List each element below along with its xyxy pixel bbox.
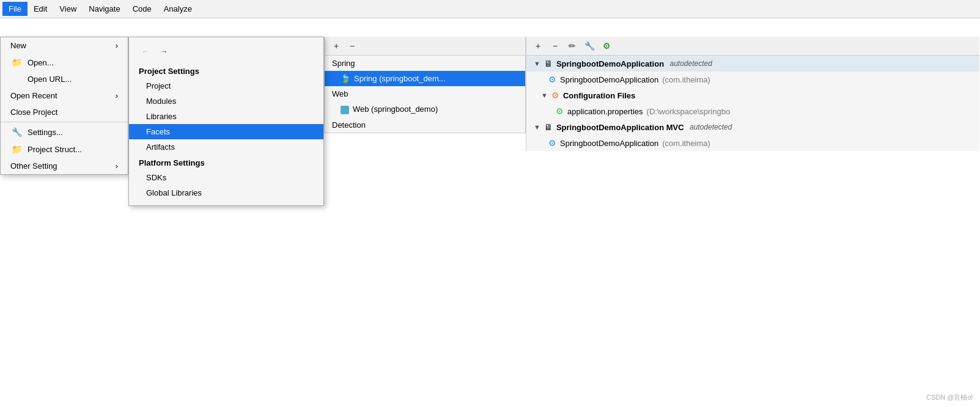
- submenu-artifacts[interactable]: Artifacts: [129, 139, 323, 155]
- facets-spring[interactable]: Spring: [325, 56, 525, 71]
- run-config-3-label: SpringbootDemoApplication MVC: [556, 123, 684, 132]
- nav-back-button[interactable]: ←: [139, 45, 152, 58]
- folder-icon: 📁: [10, 57, 23, 67]
- menu-open-recent-label: Open Recent: [10, 91, 57, 100]
- menu-project-struct-label: Project Struct...: [28, 145, 82, 154]
- project-settings-submenu: ← → Project Settings Project Modules Lib…: [128, 37, 324, 206]
- arrow-icon-recent: ›: [116, 91, 118, 100]
- right-wrench-btn[interactable]: 🔧: [583, 39, 596, 53]
- expand-arrow-2: ▼: [541, 92, 548, 99]
- menu-settings[interactable]: 🔧 Settings...: [1, 123, 128, 141]
- right-add-btn[interactable]: +: [531, 39, 545, 53]
- submenu-libraries[interactable]: Libraries: [129, 109, 323, 124]
- right-panel: + − ✏ 🔧 ⚙ ▼ 🖥 SpringbootDemoApplication …: [526, 37, 979, 151]
- middle-toolbar: + −: [325, 37, 525, 56]
- menu-open[interactable]: 📁 Open...: [1, 54, 128, 71]
- menu-other-setting[interactable]: Other Setting ›: [1, 158, 128, 174]
- menu-open-label: Open...: [28, 58, 54, 67]
- menu-new-label: New: [10, 41, 26, 50]
- arrow-icon: ›: [116, 41, 118, 50]
- submenu-facets[interactable]: Facets: [129, 124, 323, 139]
- menu-open-recent[interactable]: Open Recent ›: [1, 87, 128, 104]
- config-icon-2: ⚙: [551, 90, 559, 100]
- run-config-child-2-sub: (D:\workspace\springbo: [647, 107, 731, 116]
- project-struct-icon: 📁: [10, 144, 23, 154]
- server-icon-1: 🖥: [544, 59, 553, 68]
- run-config-child-3[interactable]: ⚙ SpringbootDemoApplication (com.itheima…: [526, 135, 979, 151]
- web-label: Web: [332, 89, 348, 98]
- submenu-modules[interactable]: Modules: [129, 94, 323, 109]
- remove-btn[interactable]: −: [345, 39, 359, 53]
- spring-sub-label: Spring (springboot_dem...: [354, 74, 446, 83]
- run-config-1-italic: autodetected: [668, 59, 712, 68]
- run-config-child-3-label: SpringbootDemoApplication: [560, 139, 658, 148]
- menu-settings-label: Settings...: [28, 128, 63, 137]
- right-edit-btn[interactable]: ✏: [566, 39, 579, 53]
- menu-new[interactable]: New ›: [1, 37, 128, 54]
- config-file-icon: ⚙: [556, 106, 564, 116]
- menu-view[interactable]: View: [53, 2, 83, 16]
- spring-leaf-icon: 🍃: [341, 74, 350, 83]
- run-config-child-3-sub: (com.itheima): [662, 139, 710, 148]
- menu-open-url[interactable]: Open URL...: [1, 71, 128, 87]
- add-btn[interactable]: +: [330, 39, 343, 53]
- right-config-btn[interactable]: ⚙: [600, 39, 613, 53]
- run-config-child-2[interactable]: ⚙ application.properties (D:\workspace\s…: [526, 103, 979, 119]
- web-sub-label: Web (springboot_demo): [353, 105, 438, 114]
- middle-panel: + − Spring 🍃 Spring (springboot_dem... W…: [324, 37, 526, 133]
- main-area: New › 📁 Open... Open URL... Open Recent …: [0, 18, 980, 407]
- watermark: CSDN @言柚ol: [926, 393, 973, 402]
- settings-icon: 🔧: [10, 127, 23, 137]
- app-icon-1: ⚙: [548, 75, 556, 84]
- project-settings-title: Project Settings: [129, 63, 323, 78]
- menu-close-project[interactable]: Close Project: [1, 104, 128, 120]
- run-config-1-label: SpringbootDemoApplication: [556, 59, 664, 68]
- app-icon-3: ⚙: [548, 138, 556, 148]
- facets-spring-sub[interactable]: 🍃 Spring (springboot_dem...: [325, 71, 525, 86]
- expand-arrow-3: ▼: [534, 123, 540, 131]
- menu-other-setting-label: Other Setting: [10, 161, 57, 170]
- nav-forward-button[interactable]: →: [157, 45, 171, 58]
- menu-analyze[interactable]: Analyze: [158, 2, 198, 16]
- server-icon-3: 🖥: [544, 122, 553, 132]
- run-config-child-1[interactable]: ⚙ SpringbootDemoApplication (com.itheima…: [526, 72, 979, 87]
- run-config-child-2-label: application.properties: [567, 107, 643, 116]
- platform-settings-title: Platform Settings: [129, 155, 323, 170]
- run-config-header-1[interactable]: ▼ 🖥 SpringbootDemoApplication autodetect…: [526, 56, 979, 72]
- expand-arrow-1: ▼: [534, 60, 540, 67]
- submenu-nav: ← →: [129, 42, 323, 63]
- run-config-child-1-sub: (com.itheima): [662, 75, 710, 84]
- right-toolbar: + − ✏ 🔧 ⚙: [526, 37, 979, 56]
- detection-label: Detection: [332, 120, 366, 130]
- facets-detection[interactable]: Detection: [325, 117, 525, 133]
- web-icon: [341, 105, 349, 114]
- menu-file[interactable]: File: [2, 2, 28, 16]
- run-config-3-italic: autodetected: [688, 123, 732, 131]
- menu-project-struct[interactable]: 📁 Project Struct...: [1, 141, 128, 158]
- spring-label: Spring: [332, 59, 355, 68]
- menu-code[interactable]: Code: [127, 2, 158, 16]
- submenu-project[interactable]: Project: [129, 78, 323, 94]
- run-config-2-label: Configuration Files: [563, 91, 635, 100]
- submenu-global-libraries[interactable]: Global Libraries: [129, 185, 323, 200]
- arrow-icon-other: ›: [116, 161, 118, 170]
- run-config-header-2[interactable]: ▼ ⚙ Configuration Files: [526, 87, 979, 103]
- facets-web-sub[interactable]: Web (springboot_demo): [325, 101, 525, 117]
- run-config-header-3[interactable]: ▼ 🖥 SpringbootDemoApplication MVC autode…: [526, 119, 979, 135]
- menu-bar: File Edit View Navigate Code Analyze: [0, 0, 980, 18]
- submenu-sdks[interactable]: SDKs: [129, 170, 323, 185]
- menu-separator-1: [1, 122, 128, 122]
- menu-close-label: Close Project: [10, 108, 57, 117]
- right-remove-btn[interactable]: −: [548, 39, 562, 53]
- file-menu-dropdown: New › 📁 Open... Open URL... Open Recent …: [0, 37, 128, 175]
- facets-web[interactable]: Web: [325, 86, 525, 101]
- menu-open-url-label: Open URL...: [28, 75, 72, 84]
- menu-edit[interactable]: Edit: [28, 2, 53, 16]
- menu-navigate[interactable]: Navigate: [83, 2, 126, 16]
- run-config-child-1-label: SpringbootDemoApplication: [560, 75, 658, 84]
